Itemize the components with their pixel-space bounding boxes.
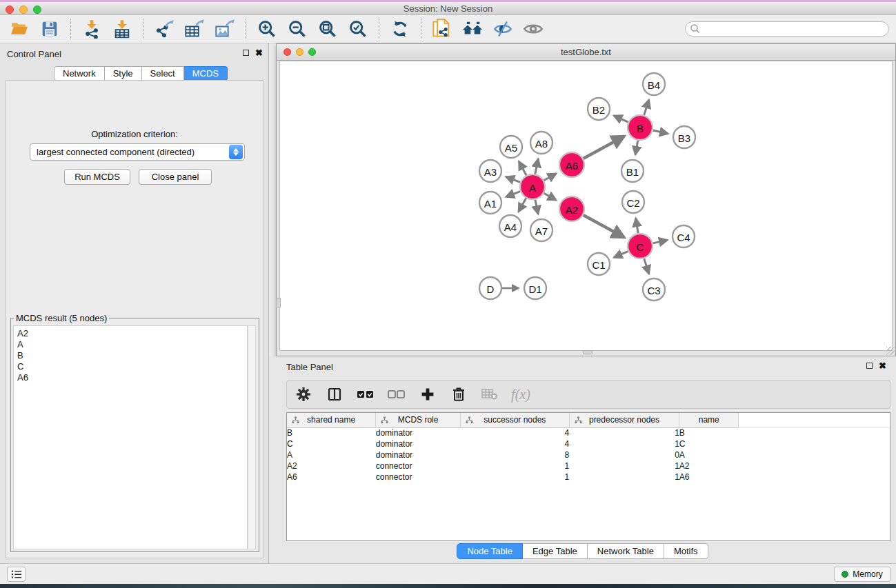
node-A8[interactable]: A8 — [530, 132, 552, 154]
network-from-file-icon[interactable] — [430, 18, 455, 40]
import-table-icon[interactable] — [110, 18, 135, 40]
table-row[interactable]: Adominator80A — [287, 449, 890, 460]
edge-A-A5[interactable] — [519, 161, 526, 175]
node-B1[interactable]: B1 — [621, 160, 644, 182]
network-canvas[interactable]: B4B2BB3A8A5A6A3B1AC2A1A2A4A7C4CC1DD1C3 — [279, 61, 893, 351]
edge-C-C3[interactable] — [644, 258, 649, 274]
edge-C-C4[interactable] — [653, 240, 668, 243]
zoom-fit-icon[interactable] — [315, 18, 340, 40]
table-row[interactable]: Cdominator41C — [287, 438, 890, 449]
node-A1[interactable]: A1 — [479, 192, 501, 214]
network-window-titlebar[interactable]: testGlobe.txt — [277, 44, 895, 61]
tab-style[interactable]: Style — [105, 66, 142, 81]
node-C1[interactable]: C1 — [588, 253, 610, 275]
node-table[interactable]: shared name MCDS role successor nodes pr… — [286, 412, 890, 541]
edge-A-A2[interactable] — [544, 193, 557, 200]
delete-table-icon[interactable] — [480, 385, 499, 404]
node-C2[interactable]: C2 — [622, 191, 644, 213]
result-item[interactable]: A2 — [17, 328, 247, 339]
result-item[interactable]: A6 — [17, 372, 247, 383]
run-mcds-button[interactable]: Run MCDS — [64, 169, 130, 185]
result-item[interactable]: A — [17, 339, 247, 350]
node-D1[interactable]: D1 — [524, 277, 546, 299]
node-A2[interactable]: A2 — [559, 196, 584, 221]
edge-A-A4[interactable] — [519, 199, 526, 212]
edge-A-A8[interactable] — [535, 159, 538, 174]
edge-A-A1[interactable] — [506, 192, 520, 197]
node-B2[interactable]: B2 — [588, 98, 610, 120]
col-mcds-role[interactable]: MCDS role — [376, 413, 461, 427]
tab-mcds[interactable]: MCDS — [184, 66, 228, 81]
export-table-icon[interactable] — [182, 18, 207, 40]
node-C3[interactable]: C3 — [643, 278, 665, 301]
edge-B-B1[interactable] — [635, 141, 638, 155]
table-settings-gear-icon[interactable] — [294, 385, 313, 404]
node-C[interactable]: C — [628, 234, 653, 258]
memory-status-button[interactable]: Memory — [834, 567, 890, 582]
edge-C-C1[interactable] — [614, 252, 628, 258]
edge-A-A7[interactable] — [535, 200, 538, 214]
save-session-icon[interactable] — [37, 18, 62, 40]
hide-panels-icon[interactable] — [490, 18, 515, 40]
zoom-in-icon[interactable] — [255, 18, 279, 40]
close-panel-icon[interactable]: ✖ — [255, 49, 263, 57]
select-all-columns-icon[interactable] — [356, 385, 375, 404]
result-item[interactable]: C — [17, 361, 247, 372]
home-icon[interactable] — [460, 18, 485, 40]
tab-select[interactable]: Select — [142, 66, 184, 81]
result-scrollbar[interactable] — [248, 325, 256, 549]
criterion-dropdown[interactable]: largest connected component (directed) — [30, 143, 245, 161]
node-B3[interactable]: B3 — [673, 126, 695, 148]
open-session-icon[interactable] — [7, 18, 32, 40]
result-item[interactable]: B — [17, 350, 247, 361]
node-C4[interactable]: C4 — [673, 225, 695, 247]
edge-A-A3[interactable] — [506, 176, 520, 182]
column-view-icon[interactable] — [325, 385, 344, 404]
tab-node-table[interactable]: Node Table — [457, 543, 523, 559]
splitter-handle-left[interactable] — [276, 298, 281, 307]
node-A4[interactable]: A4 — [499, 215, 521, 237]
table-row[interactable]: A2connector11A2 — [287, 460, 890, 472]
zoom-out-icon[interactable] — [285, 18, 310, 40]
edge-C-C2[interactable] — [636, 219, 638, 234]
tab-network[interactable]: Network — [54, 66, 105, 81]
edge-B-B4[interactable] — [644, 100, 649, 115]
node-A7[interactable]: A7 — [530, 219, 552, 241]
export-image-icon[interactable] — [212, 18, 237, 40]
tab-motifs[interactable]: Motifs — [664, 543, 708, 559]
edge-A-A6[interactable] — [544, 174, 557, 181]
edge-B-B3[interactable] — [653, 130, 668, 134]
table-row[interactable]: A6connector11A6 — [287, 472, 890, 483]
node-A6[interactable]: A6 — [559, 152, 584, 177]
mcds-result-list[interactable]: A2 A B C A6 — [13, 325, 248, 549]
delete-column-icon[interactable] — [449, 385, 468, 404]
node-B4[interactable]: B4 — [643, 73, 665, 95]
import-network-icon[interactable] — [79, 18, 104, 40]
function-builder-icon[interactable]: f(x) — [511, 387, 530, 403]
search-input[interactable] — [701, 23, 888, 35]
export-network-icon[interactable] — [152, 18, 177, 40]
tab-edge-table[interactable]: Edge Table — [523, 543, 588, 559]
show-panels-icon[interactable] — [521, 18, 546, 40]
close-panel-button[interactable]: Close panel — [139, 169, 212, 185]
tab-network-table[interactable]: Network Table — [588, 543, 664, 559]
task-history-button[interactable] — [7, 567, 26, 582]
refresh-icon[interactable] — [388, 18, 412, 40]
float-panel-icon[interactable] — [243, 50, 249, 56]
col-name[interactable]: name — [679, 413, 739, 427]
search-field[interactable] — [685, 21, 889, 37]
node-B[interactable]: B — [628, 115, 653, 140]
edge-A2-C[interactable] — [584, 215, 624, 237]
col-shared-name[interactable]: shared name — [287, 413, 376, 427]
col-successor-nodes[interactable]: successor nodes — [460, 413, 569, 427]
node-A3[interactable]: A3 — [479, 160, 501, 182]
float-table-panel-icon[interactable] — [866, 363, 873, 369]
zoom-selected-icon[interactable] — [346, 18, 370, 40]
edge-A6-B[interactable] — [584, 136, 624, 158]
node-D[interactable]: D — [479, 277, 501, 299]
node-A5[interactable]: A5 — [500, 136, 522, 158]
create-column-icon[interactable] — [418, 385, 437, 404]
window-resize-grip[interactable] — [886, 347, 895, 355]
table-row[interactable]: Bdominator41B — [287, 427, 890, 438]
col-predecessor-nodes[interactable]: predecessor nodes — [569, 413, 679, 427]
